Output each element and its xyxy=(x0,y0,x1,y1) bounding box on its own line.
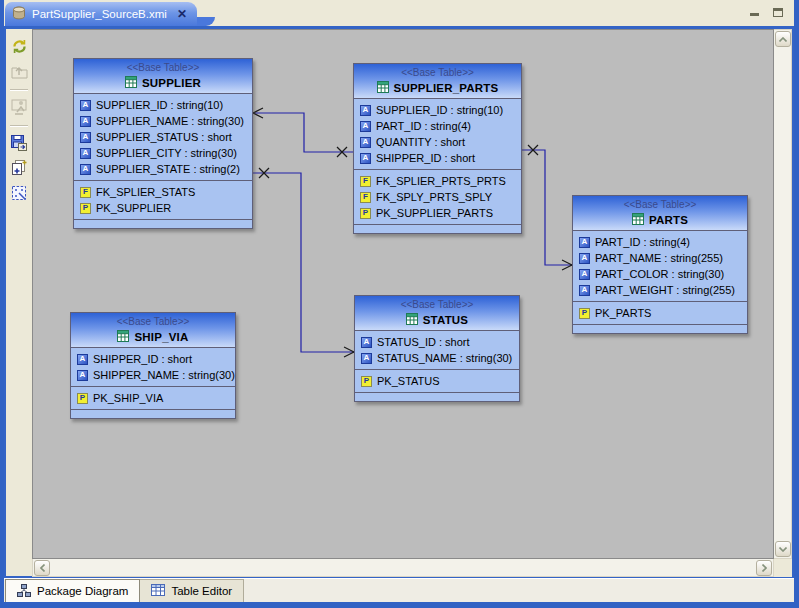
editor-area: <<Base Table>> SUPPLIER A SUPPLIER_ID : … xyxy=(4,26,794,578)
vertical-scroll-track[interactable] xyxy=(774,48,791,540)
editor-tab[interactable]: PartSupplier_SourceB.xmi ✕ xyxy=(5,2,197,26)
row-type-icon: A xyxy=(80,132,91,143)
horizontal-scrollbar[interactable] xyxy=(32,559,774,577)
table-header[interactable]: <<Base Table>> SHIP_VIA xyxy=(71,313,235,348)
table-row[interactable]: A SUPPLIER_NAME : string(30) xyxy=(74,113,252,129)
tab-package-diagram[interactable]: Package Diagram xyxy=(5,579,140,602)
scrollbar-corner xyxy=(774,559,792,577)
maximize-view-button[interactable] xyxy=(770,4,786,18)
table-row[interactable]: F FK_SPLIER_PRTS_PRTS xyxy=(354,173,521,189)
table-row[interactable]: A SUPPLIER_ID : string(10) xyxy=(354,102,521,118)
table-row[interactable]: A PART_ID : string(4) xyxy=(573,234,747,250)
row-type-icon: F xyxy=(80,187,91,198)
table-parts[interactable]: <<Base Table>> PARTS A PART_ID : string(… xyxy=(572,195,748,334)
table-header[interactable]: <<Base Table>> SUPPLIER xyxy=(74,59,252,94)
row-type-icon: A xyxy=(80,148,91,159)
table-row[interactable]: P PK_STATUS xyxy=(355,373,519,389)
xmi-file-icon xyxy=(12,6,26,22)
table-row[interactable]: A SUPPLIER_ID : string(10) xyxy=(74,97,252,113)
connector-supplier-parts-to-supplier[interactable] xyxy=(253,113,353,152)
table-icon xyxy=(632,213,644,227)
row-type-icon: A xyxy=(360,105,371,116)
table-header[interactable]: <<Base Table>> PARTS xyxy=(573,196,747,231)
table-editor-icon xyxy=(151,584,165,598)
table-header[interactable]: <<Base Table>> SUPPLIER_PARTS xyxy=(354,64,521,99)
table-row[interactable]: A SHIPPER_ID : short xyxy=(354,150,521,166)
table-status[interactable]: <<Base Table>> STATUS A STATUS_ID : shor… xyxy=(354,295,520,402)
row-label: SHIPPER_NAME : string(30) xyxy=(93,369,235,381)
row-label: SUPPLIER_ID : string(10) xyxy=(376,104,503,116)
row-type-icon: A xyxy=(360,137,371,148)
table-ship_via[interactable]: <<Base Table>> SHIP_VIA A SHIPPER_ID : s… xyxy=(70,312,236,419)
row-label: SUPPLIER_NAME : string(30) xyxy=(96,115,244,127)
vertical-scrollbar[interactable] xyxy=(774,29,792,559)
table-header[interactable]: <<Base Table>> STATUS xyxy=(355,296,519,331)
row-label: STATUS_ID : short xyxy=(377,336,470,348)
diagram-canvas[interactable]: <<Base Table>> SUPPLIER A SUPPLIER_ID : … xyxy=(32,29,774,559)
table-row[interactable]: A QUANTITY : short xyxy=(354,134,521,150)
attribute-compartment: A SHIPPER_ID : short A SHIPPER_NAME : st… xyxy=(71,348,235,386)
table-row[interactable]: A SUPPLIER_STATUS : short xyxy=(74,129,252,145)
table-row[interactable]: F FK_SPLIER_STATS xyxy=(74,184,252,200)
scroll-right-button[interactable] xyxy=(756,560,772,576)
scroll-down-button[interactable] xyxy=(775,541,791,557)
new-page-icon[interactable] xyxy=(9,158,29,178)
row-label: FK_SPLY_PRTS_SPLY xyxy=(376,191,492,203)
tab-table-editor[interactable]: Table Editor xyxy=(140,579,244,602)
scroll-up-button[interactable] xyxy=(775,31,791,47)
row-label: PK_STATUS xyxy=(377,375,440,387)
toolbar-separator xyxy=(10,125,28,127)
row-label: SUPPLIER_STATE : string(2) xyxy=(96,163,240,175)
row-type-icon: A xyxy=(579,253,590,264)
table-row[interactable]: A STATUS_ID : short xyxy=(355,334,519,350)
save-icon[interactable] xyxy=(9,133,29,153)
table-supplier[interactable]: <<Base Table>> SUPPLIER A SUPPLIER_ID : … xyxy=(73,58,253,229)
table-supplier_parts[interactable]: <<Base Table>> SUPPLIER_PARTS A SUPPLIER… xyxy=(353,63,522,234)
run-icon xyxy=(9,97,29,117)
row-label: FK_SPLIER_STATS xyxy=(96,186,195,198)
table-row[interactable]: A PART_NAME : string(255) xyxy=(573,250,747,266)
index-compartment xyxy=(355,392,519,401)
up-folder-icon xyxy=(9,61,29,81)
row-type-icon: P xyxy=(579,308,590,319)
scroll-left-button[interactable] xyxy=(34,560,50,576)
row-type-icon: A xyxy=(77,354,88,365)
horizontal-scroll-track[interactable] xyxy=(51,559,755,576)
attribute-compartment: A STATUS_ID : short A STATUS_NAME : stri… xyxy=(355,331,519,369)
table-row[interactable]: A SHIPPER_NAME : string(30) xyxy=(71,367,235,383)
page-tab-label: Package Diagram xyxy=(37,585,128,597)
connector-supplier-parts-to-parts[interactable] xyxy=(522,150,572,265)
table-row[interactable]: P PK_SHIP_VIA xyxy=(71,390,235,406)
table-row[interactable]: A SUPPLIER_STATE : string(2) xyxy=(74,161,252,177)
minimize-view-button[interactable] xyxy=(746,4,762,18)
table-name: STATUS xyxy=(423,314,469,326)
row-label: SHIPPER_ID : short xyxy=(376,152,475,164)
table-row[interactable]: A PART_ID : string(4) xyxy=(354,118,521,134)
row-label: PART_COLOR : string(30) xyxy=(595,268,724,280)
page-tab-bar: Package Diagram Table Editor xyxy=(4,578,794,602)
table-name: SHIP_VIA xyxy=(134,331,188,343)
row-label: PART_WEIGHT : string(255) xyxy=(595,284,735,296)
table-row[interactable]: A SHIPPER_ID : short xyxy=(71,351,235,367)
row-label: PK_PARTS xyxy=(595,307,651,319)
connector-supplier-to-status[interactable] xyxy=(253,173,354,352)
row-label: FK_SPLIER_PRTS_PRTS xyxy=(376,175,506,187)
table-row[interactable]: A SUPPLIER_CITY : string(30) xyxy=(74,145,252,161)
row-type-icon: A xyxy=(360,121,371,132)
table-row[interactable]: A PART_WEIGHT : string(255) xyxy=(573,282,747,298)
table-row[interactable]: P PK_PARTS xyxy=(573,305,747,321)
snap-grid-icon[interactable] xyxy=(9,183,29,203)
table-row[interactable]: A PART_COLOR : string(30) xyxy=(573,266,747,282)
table-row[interactable]: P PK_SUPPLIER xyxy=(74,200,252,216)
table-row[interactable]: A STATUS_NAME : string(30) xyxy=(355,350,519,366)
row-type-icon: A xyxy=(360,153,371,164)
refresh-icon[interactable] xyxy=(9,36,29,56)
application-window: PartSupplier_SourceB.xmi ✕ xyxy=(0,0,799,608)
row-label: PK_SHIP_VIA xyxy=(93,392,163,404)
table-row[interactable]: P PK_SUPPLIER_PARTS xyxy=(354,205,521,221)
page-tab-filler xyxy=(244,579,794,602)
table-name: SUPPLIER_PARTS xyxy=(394,82,499,94)
row-type-icon: A xyxy=(80,100,91,111)
close-icon[interactable]: ✕ xyxy=(177,7,187,21)
table-row[interactable]: F FK_SPLY_PRTS_SPLY xyxy=(354,189,521,205)
